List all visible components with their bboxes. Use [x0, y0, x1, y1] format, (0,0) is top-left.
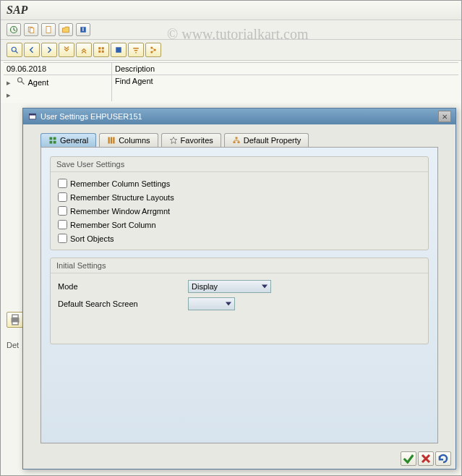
save-settings-group: Save User Settings Remember Column Setti…	[50, 156, 429, 250]
svg-rect-28	[108, 137, 110, 144]
group-title: Save User Settings	[51, 157, 428, 172]
svg-rect-23	[30, 114, 36, 115]
svg-rect-14	[135, 52, 137, 54]
tab-label: General	[60, 136, 88, 145]
tree-row[interactable]: ▸	[4, 89, 458, 101]
remember-window-checkbox[interactable]	[58, 206, 67, 216]
favorites-icon	[169, 136, 178, 145]
svg-rect-29	[111, 137, 112, 144]
nav-right-button[interactable]	[41, 43, 57, 57]
tree-row[interactable]: ▸ Agent Find Agent	[4, 75, 458, 89]
tab-general[interactable]: General	[40, 133, 96, 147]
svg-rect-31	[235, 137, 237, 139]
svg-rect-32	[233, 142, 235, 143]
dialog-footer	[401, 451, 451, 466]
svg-rect-24	[50, 137, 53, 140]
svg-rect-3	[46, 27, 51, 33]
columns-icon	[107, 136, 116, 145]
remember-structure-checkbox[interactable]	[58, 192, 67, 202]
svg-rect-25	[54, 137, 56, 140]
info-button[interactable]: i	[76, 23, 90, 36]
nav-collapse-button[interactable]	[76, 43, 92, 57]
clock-button[interactable]	[7, 23, 21, 36]
svg-rect-2	[30, 28, 34, 33]
tab-favorites[interactable]: Favorites	[161, 133, 221, 147]
tab-default-property[interactable]: Default Property	[224, 133, 309, 147]
sort-objects-checkbox[interactable]	[58, 234, 67, 243]
svg-rect-10	[102, 51, 104, 53]
details-label: Det	[7, 341, 24, 349]
svg-rect-20	[12, 315, 18, 318]
svg-rect-9	[98, 51, 100, 53]
tab-content: Save User Settings Remember Column Setti…	[40, 147, 438, 443]
checkbox-label: Remember Column Settings	[70, 179, 170, 188]
nav-left-button[interactable]	[24, 43, 40, 57]
group-title: Initial Settings	[51, 258, 428, 273]
tree-column-date: 09.06.2018	[4, 63, 112, 75]
dialog-titlebar: User Settings EHPUSER151 ✕	[23, 109, 455, 124]
tree-header: 09.06.2018 Description	[4, 62, 458, 75]
user-settings-dialog: User Settings EHPUSER151 ✕ General Colum…	[22, 108, 456, 469]
secondary-toolbar	[1, 40, 461, 61]
nav-filter-button[interactable]	[128, 43, 144, 57]
refresh-button[interactable]	[435, 451, 451, 466]
svg-point-18	[18, 78, 22, 82]
print-button[interactable]	[7, 312, 24, 328]
initial-settings-group: Initial Settings Mode Display Default Se…	[50, 258, 429, 344]
tab-columns[interactable]: Columns	[99, 133, 158, 147]
svg-rect-11	[116, 47, 121, 53]
mode-select[interactable]: Display	[188, 280, 271, 293]
checkbox-label: Remember Sort Column	[70, 221, 156, 229]
nav-tree-button[interactable]	[145, 43, 161, 57]
dialog-icon	[27, 112, 38, 121]
remember-columns-checkbox[interactable]	[58, 179, 67, 188]
tabstrip: General Columns Favorites Default Proper…	[23, 124, 455, 147]
svg-text:i: i	[82, 26, 84, 33]
nav-blue-button[interactable]	[111, 43, 127, 57]
svg-rect-26	[50, 141, 53, 144]
svg-point-6	[12, 47, 16, 51]
checkbox-label: Remember Window Arrgmnt	[70, 207, 170, 216]
hierarchy-icon	[232, 136, 241, 145]
ok-button[interactable]	[401, 451, 416, 466]
svg-rect-13	[134, 50, 138, 51]
checkbox-label: Sort Objects	[70, 234, 114, 243]
tree-item-label: Agent	[28, 78, 49, 87]
svg-rect-27	[54, 141, 56, 144]
svg-rect-7	[98, 47, 100, 49]
svg-rect-12	[133, 48, 139, 49]
nav-grid-button[interactable]	[93, 43, 109, 57]
dialog-title-text: User Settings EHPUSER151	[40, 112, 142, 121]
svg-rect-21	[12, 322, 18, 325]
svg-rect-8	[102, 47, 104, 49]
tab-label: Favorites	[181, 136, 213, 145]
copy-button[interactable]	[24, 23, 38, 36]
svg-rect-33	[237, 142, 239, 143]
app-title-bar: SAP	[1, 1, 461, 20]
search-screen-label: Default Search Screen	[58, 299, 188, 308]
svg-rect-30	[113, 137, 114, 144]
document-button[interactable]	[41, 23, 56, 36]
tree-item-desc: Find Agent	[112, 75, 458, 89]
close-button[interactable]: ✕	[438, 111, 451, 122]
expand-icon[interactable]: ▸	[7, 78, 14, 88]
tree-column-description: Description	[112, 63, 458, 75]
general-icon	[48, 136, 57, 145]
mode-label: Mode	[58, 282, 188, 291]
remember-sort-checkbox[interactable]	[58, 220, 67, 229]
tab-label: Columns	[119, 136, 150, 145]
expand-icon[interactable]: ▸	[7, 90, 14, 100]
main-toolbar: i	[1, 20, 461, 40]
left-sidebar: Det	[7, 312, 24, 349]
folder-button[interactable]	[59, 23, 73, 36]
checkbox-label: Remember Structure Layouts	[70, 193, 174, 202]
tree-view: 09.06.2018 Description ▸ Agent Find Agen…	[1, 61, 461, 103]
nav-search-button[interactable]	[7, 43, 22, 57]
search-screen-select[interactable]	[188, 297, 235, 310]
cancel-button[interactable]	[418, 451, 434, 466]
tab-label: Default Property	[244, 136, 301, 145]
app-title: SAP	[7, 4, 27, 16]
agent-icon	[16, 77, 26, 85]
nav-expand-button[interactable]	[59, 43, 74, 57]
